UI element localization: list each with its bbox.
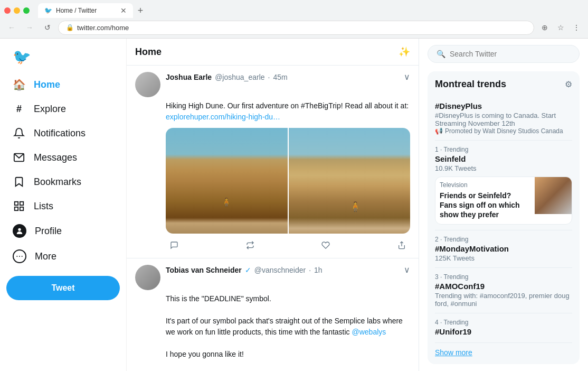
bell-icon <box>13 127 25 140</box>
trend-count: 125K Tweets <box>435 254 572 262</box>
trend-meta: 4 · Trending <box>435 319 572 326</box>
twitter-logo[interactable]: 🐦 <box>6 43 120 71</box>
comment-action[interactable] <box>166 239 183 252</box>
trend-name[interactable]: #MondayMotivation <box>435 244 572 253</box>
menu-button[interactable]: ⋮ <box>569 20 584 35</box>
verified-badge: ✓ <box>245 266 251 274</box>
trend-item-amoconf19: 3 · Trending #AMOConf19 Trending with: #… <box>435 268 572 313</box>
sidebar-item-messages[interactable]: Messages <box>6 146 120 169</box>
trend-trending-with: Trending with: #amoconf2019, premier dou… <box>435 292 572 308</box>
sidebar-item-profile[interactable]: Profile <box>6 219 120 243</box>
back-button[interactable]: ← <box>4 20 19 35</box>
trend-description: #DisneyPlus is coming to Canada. Start S… <box>435 112 572 127</box>
trend-item-unifor19: 4 · Trending #Unifor19 <box>435 313 572 343</box>
settings-icon[interactable]: ⚙ <box>565 79 572 89</box>
sparkle-icon[interactable]: ✨ <box>399 46 410 58</box>
search-box[interactable]: 🔍 <box>428 45 580 63</box>
avatar <box>135 72 160 97</box>
search-input[interactable] <box>450 50 571 58</box>
sidebar-label-messages: Messages <box>34 152 77 163</box>
trend-item-disneyplus: #DisneyPlus #DisneyPlus is coming to Can… <box>435 96 572 141</box>
minimize-traffic-light[interactable] <box>14 7 20 14</box>
sidebar-label-notifications: Notifications <box>34 128 86 139</box>
svg-rect-3 <box>15 207 18 210</box>
author-name: Joshua Earle <box>166 73 212 81</box>
lock-icon: 🔒 <box>66 24 74 31</box>
trend-card-title: Friends or Seinfeld? Fans sign off on wh… <box>440 191 526 220</box>
tweet-images: 🧍 🧍 <box>166 128 410 234</box>
tab-bar: 🐦 Home / Twitter ✕ + <box>0 0 588 18</box>
sidebar-label-lists: Lists <box>34 201 53 212</box>
sidebar-item-more[interactable]: ⋯ More <box>6 244 120 268</box>
refresh-button[interactable]: ↺ <box>40 20 55 35</box>
tweet-chevron[interactable]: ∨ <box>404 265 410 275</box>
active-tab[interactable]: 🐦 Home / Twitter ✕ <box>38 3 133 18</box>
forward-button[interactable]: → <box>22 20 37 35</box>
feed-header: Home ✨ <box>127 39 419 66</box>
bookmark-star-button[interactable]: ☆ <box>553 20 568 35</box>
tweet-link[interactable]: explorehuper.com/hiking-high-du… <box>166 113 280 121</box>
trend-name[interactable]: #AMOConf19 <box>435 282 572 291</box>
app-body: 🐦 🏠 Home # Explore Notifications Message… <box>0 39 588 371</box>
sidebar-label-profile: Profile <box>35 226 62 237</box>
traffic-lights <box>4 7 30 14</box>
browser-controls <box>4 3 36 18</box>
share-action[interactable] <box>393 239 410 252</box>
trends-header: Montreal trends ⚙ <box>435 79 572 90</box>
trend-name[interactable]: Seinfeld <box>435 154 572 163</box>
tweet-author-line: Joshua Earle @joshua_earle · 45m ∨ <box>166 72 410 82</box>
tweet-card: Tobias van Schneider ✓ @vanschneider · 1… <box>127 258 419 371</box>
tweet-meta: Tobias van Schneider ✓ @vanschneider · 1… <box>166 265 410 275</box>
like-action[interactable] <box>317 239 334 252</box>
tweet-header: Tobias van Schneider ✓ @vanschneider · 1… <box>135 265 410 290</box>
sidebar-label-bookmarks: Bookmarks <box>34 177 81 188</box>
maximize-traffic-light[interactable] <box>23 7 30 14</box>
sidebar-item-notifications[interactable]: Notifications <box>6 122 120 145</box>
author-name: Tobias van Schneider <box>166 266 242 274</box>
trend-promoted: 📢 Promoted by Walt Disney Studios Canada <box>435 127 572 135</box>
svg-rect-4 <box>20 207 23 210</box>
tweet-chevron[interactable]: ∨ <box>404 72 410 82</box>
trend-name[interactable]: #Unifor19 <box>435 327 572 336</box>
address-bar[interactable]: 🔒 twitter.com/home <box>58 21 534 35</box>
browser-chrome: 🐦 Home / Twitter ✕ + ← → ↺ 🔒 twitter.com… <box>0 0 588 39</box>
sidebar-item-home[interactable]: 🏠 Home <box>6 73 120 96</box>
more-icon: ⋯ <box>13 249 26 263</box>
tweet-meta: Joshua Earle @joshua_earle · 45m ∨ <box>166 72 410 82</box>
extensions-button[interactable]: ⊕ <box>537 20 552 35</box>
tweet-webalys-link[interactable]: @webalys <box>352 328 386 336</box>
tab-title: Home / Twitter <box>56 7 116 14</box>
trend-meta: 1 · Trending <box>435 146 572 153</box>
tab-favicon: 🐦 <box>44 7 52 14</box>
tweet-button[interactable]: Tweet <box>6 276 120 300</box>
tweet-header: Joshua Earle @joshua_earle · 45m ∨ <box>135 72 410 97</box>
sidebar: 🐦 🏠 Home # Explore Notifications Message… <box>0 39 127 371</box>
tab-area: 🐦 Home / Twitter ✕ + <box>38 3 584 18</box>
new-tab-button[interactable]: + <box>133 3 148 18</box>
tab-close-button[interactable]: ✕ <box>120 6 127 15</box>
trend-meta: 2 · Trending <box>435 236 572 243</box>
url-text: twitter.com/home <box>77 24 526 32</box>
close-traffic-light[interactable] <box>4 7 11 14</box>
svg-rect-2 <box>20 202 23 205</box>
avatar <box>135 265 160 290</box>
tweet-image-2: 🧍 <box>289 128 411 234</box>
trend-name[interactable]: #DisneyPlus <box>435 101 572 110</box>
trend-card-text: Television Friends or Seinfeld? Fans sig… <box>435 177 530 224</box>
trend-item-mondaymotivation: 2 · Trending #MondayMotivation 125K Twee… <box>435 230 572 268</box>
tweet-time: 45m <box>273 73 287 81</box>
tweet-text: This is the "DEADLINE" symbol. It's part… <box>166 293 410 371</box>
sidebar-item-lists[interactable]: Lists <box>6 194 120 218</box>
tweet-dot: · <box>309 266 311 274</box>
sidebar-item-bookmarks[interactable]: Bookmarks <box>6 170 120 193</box>
trend-item-seinfeld: 1 · Trending Seinfeld 10.9K Tweets Telev… <box>435 141 572 230</box>
svg-point-5 <box>18 228 21 231</box>
svg-rect-1 <box>15 202 18 205</box>
show-more-link[interactable]: Show more <box>435 348 572 357</box>
sidebar-item-explore[interactable]: # Explore <box>6 97 120 120</box>
explore-icon: # <box>13 103 25 115</box>
promoted-icon: 📢 <box>435 127 443 135</box>
retweet-action[interactable] <box>242 239 259 252</box>
trend-count: 10.9K Tweets <box>435 164 572 172</box>
trends-title: Montreal trends <box>435 79 506 90</box>
